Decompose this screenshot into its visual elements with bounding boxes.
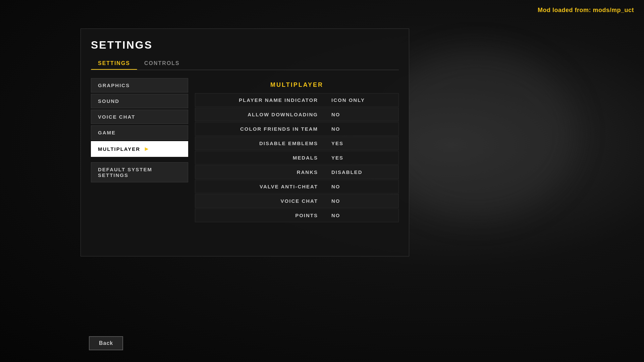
row-label-points: POINTS xyxy=(195,209,325,222)
table-row[interactable]: POINTS NO xyxy=(195,208,399,222)
sidebar-item-graphics[interactable]: GRAPHICS xyxy=(91,78,188,93)
row-label-allow-downloading: ALLOW DOWNLOADING xyxy=(195,108,325,121)
table-row[interactable]: MEDALS YES xyxy=(195,151,399,165)
sidebar-item-game[interactable]: GAME xyxy=(91,125,188,140)
content-area: GRAPHICS SOUND VOICE CHAT GAME MULTIPLAY… xyxy=(91,78,399,252)
table-row[interactable]: RANKS DISABLED xyxy=(195,165,399,179)
row-value-disable-emblems[interactable]: YES xyxy=(325,137,398,150)
settings-dialog: SETTINGS SETTINGS CONTROLS GRAPHICS SOUN… xyxy=(80,28,409,256)
row-value-allow-downloading[interactable]: NO xyxy=(325,108,398,121)
default-system-settings-button[interactable]: DEFAULT SYSTEM SETTINGS xyxy=(91,162,188,182)
row-value-ranks[interactable]: DISABLED xyxy=(325,166,398,179)
table-row[interactable]: DISABLE EMBLEMS YES xyxy=(195,136,399,150)
row-value-medals[interactable]: YES xyxy=(325,151,398,164)
tab-settings[interactable]: SETTINGS xyxy=(91,57,137,70)
row-label-valve-anti-cheat: VALVE ANTI-CHEAT xyxy=(195,180,325,193)
back-button[interactable]: Back xyxy=(89,336,123,350)
tab-controls[interactable]: CONTROLS xyxy=(137,57,187,70)
table-row[interactable]: VALVE ANTI-CHEAT NO xyxy=(195,180,399,193)
sidebar-item-voice-chat[interactable]: VOICE CHAT xyxy=(91,110,188,124)
row-value-points[interactable]: NO xyxy=(325,209,398,222)
right-panel: MULTIPLAYER PLAYER NAME INDICATOR ICON O… xyxy=(195,78,399,252)
row-value-player-name-indicator[interactable]: ICON ONLY xyxy=(325,94,398,107)
row-value-voice-chat[interactable]: NO xyxy=(325,194,398,207)
row-value-color-friends-in-team[interactable]: NO xyxy=(325,122,398,135)
sidebar-item-multiplayer-label: MULTIPLAYER xyxy=(98,146,140,152)
dialog-title: SETTINGS xyxy=(91,39,399,51)
row-value-valve-anti-cheat[interactable]: NO xyxy=(325,180,398,193)
table-row[interactable]: COLOR FRIENDS IN TEAM NO xyxy=(195,122,399,136)
row-label-voice-chat: VOICE CHAT xyxy=(195,194,325,207)
mod-notice: Mod loaded from: mods/mp_uct xyxy=(538,7,634,14)
row-label-player-name-indicator: PLAYER NAME INDICATOR xyxy=(195,94,325,107)
row-label-disable-emblems: DISABLE EMBLEMS xyxy=(195,137,325,150)
sidebar: GRAPHICS SOUND VOICE CHAT GAME MULTIPLAY… xyxy=(91,78,188,252)
section-title-multiplayer: MULTIPLAYER xyxy=(195,78,399,92)
sidebar-item-sound[interactable]: SOUND xyxy=(91,94,188,108)
cursor-arrow-icon: ► xyxy=(144,145,150,153)
tabs-bar: SETTINGS CONTROLS xyxy=(91,57,399,70)
row-label-medals: MEDALS xyxy=(195,151,325,164)
table-row[interactable]: ALLOW DOWNLOADING NO xyxy=(195,108,399,121)
sidebar-item-multiplayer[interactable]: MULTIPLAYER ► xyxy=(91,141,188,157)
table-row[interactable]: PLAYER NAME INDICATOR ICON ONLY xyxy=(195,93,399,107)
table-row[interactable]: VOICE CHAT NO xyxy=(195,194,399,208)
row-label-ranks: RANKS xyxy=(195,166,325,179)
row-label-color-friends-in-team: COLOR FRIENDS IN TEAM xyxy=(195,122,325,135)
